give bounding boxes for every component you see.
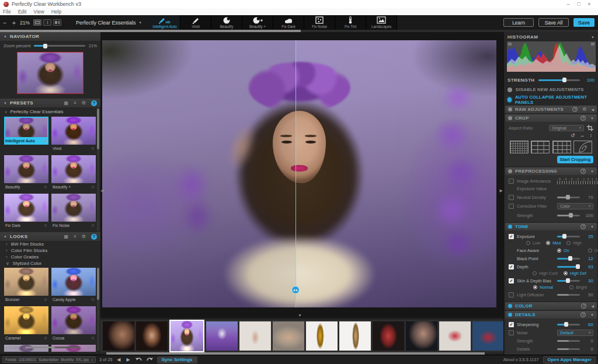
disable-new-adjustments-toggle[interactable]: DISABLE NEW ADJUSTMENTS xyxy=(504,85,598,94)
star-icon[interactable]: ☆ xyxy=(91,223,95,228)
save-all-button[interactable]: Save All xyxy=(538,18,569,27)
looks-scrollbar[interactable] xyxy=(97,268,99,351)
strength-slider[interactable] xyxy=(538,79,580,81)
corrective-filter-dropdown[interactable]: Color ▾ xyxy=(557,203,593,209)
star-icon[interactable]: ☆ xyxy=(44,298,47,302)
preset-card-intelligent-auto[interactable]: Intelligent Auto☆ xyxy=(4,117,48,152)
crop-grid-fine-button[interactable] xyxy=(510,141,529,153)
zoom-in-button[interactable]: + xyxy=(9,19,19,26)
aspect-ratio-dropdown[interactable]: Original ▾ xyxy=(549,125,584,131)
close-button[interactable]: × xyxy=(584,1,594,7)
filmstrip-thumb-2[interactable] xyxy=(136,321,168,351)
exposure-med-radio[interactable] xyxy=(546,241,550,245)
crop-grid-thirds-button[interactable] xyxy=(531,141,550,153)
looks-folder-stylized-color[interactable]: ∨ Stylized Color xyxy=(0,260,100,267)
filmstrip-thumb-12[interactable] xyxy=(472,321,503,351)
gear-icon[interactable]: ⚙ xyxy=(82,234,86,239)
help-icon[interactable]: ? xyxy=(580,169,586,174)
menu-help[interactable]: Help xyxy=(51,9,61,15)
main-photo[interactable]: ◄► xyxy=(102,40,496,307)
depth-checkbox[interactable]: ✓ xyxy=(509,264,514,270)
exposure-high-radio[interactable] xyxy=(566,241,571,245)
crop-header[interactable]: CROP ? ▼ xyxy=(505,114,597,122)
collapse-panel-icon[interactable]: ▼ xyxy=(590,225,594,229)
filmstrip-thumb-4[interactable] xyxy=(206,321,238,351)
help-icon[interactable]: ? xyxy=(91,100,97,106)
light-diffusion-checkbox[interactable] xyxy=(509,292,514,298)
auto-collapse-toggle[interactable]: AUTO COLLAPSE ADJUSTMENT PANELS xyxy=(504,94,598,104)
filmstrip-thumb-11[interactable] xyxy=(439,321,471,351)
zoom-percent-slider[interactable] xyxy=(34,45,85,47)
gear-icon[interactable]: ⚙ xyxy=(82,100,86,106)
looks-folder-bw-film[interactable]: › BW Film Stocks xyxy=(0,241,100,247)
filmstrip-thumb-1[interactable] xyxy=(103,321,134,351)
skin-depth-bias-checkbox[interactable]: ✓ xyxy=(509,278,514,284)
looks-strength-slider[interactable] xyxy=(25,346,79,348)
star-icon[interactable]: ☆ xyxy=(91,298,95,302)
filename-dropdown[interactable]: Fotolia_116196021_Subscription_Monthly_X… xyxy=(2,356,96,363)
preset-card-fix-noise[interactable]: Fix Noise☆ xyxy=(51,194,96,229)
look-card-candy-apple[interactable]: Candy Apple☆ xyxy=(51,268,96,303)
presets-scrollbar[interactable] xyxy=(97,108,99,231)
preset-card-beautify-plus[interactable]: Beautify +☆ xyxy=(51,155,96,191)
filmstrip-thumb-5[interactable] xyxy=(239,321,271,351)
grid-view-icon[interactable]: ▦ xyxy=(64,100,69,106)
flip-vertical-icon[interactable]: ↕ xyxy=(590,132,593,138)
noise-checkbox[interactable] xyxy=(509,330,514,335)
collapse-filmstrip-icon[interactable]: ▼ xyxy=(298,313,302,317)
open-apps-manager-button[interactable]: Open Apps Manager xyxy=(543,356,596,363)
next-image-button[interactable]: ▶ xyxy=(125,357,131,362)
filmstrip-thumb-10[interactable] xyxy=(406,321,437,351)
toolbar-preset-beautify[interactable]: Beautify xyxy=(211,15,242,30)
about-version[interactable]: About v:3.5.5.1137 xyxy=(503,357,539,362)
face-aware-on-radio[interactable] xyxy=(557,249,561,253)
help-icon[interactable]: ? xyxy=(572,107,578,112)
high-contrast-radio[interactable] xyxy=(533,271,537,275)
skin-depth-bias-slider[interactable] xyxy=(557,280,580,282)
gear-icon[interactable]: ⚙ xyxy=(582,107,586,112)
list-view-icon[interactable]: ≡ xyxy=(74,100,77,106)
exposure-checkbox[interactable]: ✓ xyxy=(509,234,514,239)
details-header[interactable]: DETAILS ? ▼ xyxy=(505,311,597,318)
sharpening-slider[interactable] xyxy=(557,324,580,326)
toolbar-preset-beautify-plus[interactable]: Beautify + xyxy=(242,15,273,30)
toolbar-preset-fix-tint[interactable]: Fix Tint xyxy=(335,15,366,30)
collapse-left-sidebar-icon[interactable]: ◀ xyxy=(100,188,103,193)
looks-header[interactable]: ▼ LOOKS ▦ ≡ ⚙ ? xyxy=(0,232,100,241)
filmstrip-thumb-6[interactable] xyxy=(273,321,304,351)
redo-button[interactable] xyxy=(146,357,154,363)
collapse-icon[interactable]: ▼ xyxy=(591,36,594,39)
preprocessing-header[interactable]: PREPROCESSING ? ▼ xyxy=(505,167,597,175)
toolbar-preset-vivid[interactable]: Vivid xyxy=(180,15,211,30)
image-ambulance-checkbox[interactable] xyxy=(509,178,514,184)
help-icon[interactable]: ? xyxy=(580,116,586,121)
toolbar-preset-intelligent-auto[interactable]: HD Intelligent Auto xyxy=(150,15,180,30)
navigator-thumbnail[interactable] xyxy=(17,52,84,94)
filmstrip-thumb-9[interactable] xyxy=(373,321,404,351)
filmstrip-thumb-3-selected[interactable] xyxy=(169,320,204,352)
minimize-button[interactable]: – xyxy=(563,1,573,7)
learn-button[interactable]: Learn xyxy=(503,18,534,27)
save-button[interactable]: Save xyxy=(573,18,594,27)
noise-details-slider[interactable] xyxy=(557,348,580,350)
split-preview-line[interactable] xyxy=(295,40,296,307)
toolbar-preset-fix-noise[interactable]: Fix Noise xyxy=(304,15,335,30)
collapse-panel-icon[interactable]: ▼ xyxy=(590,170,594,173)
exposure-low-radio[interactable] xyxy=(526,241,530,245)
exposure-value-ruler[interactable]: -5 -4 -3 -2 -1 0 1 2 3 4 5 xyxy=(557,177,598,184)
menu-edit[interactable]: Edit xyxy=(18,9,27,15)
preset-group-selector[interactable]: Perfectly Clear Essentials ▾ xyxy=(76,20,141,26)
star-icon[interactable]: ☆ xyxy=(44,139,47,144)
neutral-density-checkbox[interactable] xyxy=(509,195,514,200)
face-aware-off-radio[interactable] xyxy=(588,249,592,253)
presets-header[interactable]: ▼ PRESETS ▦ ≡ ⚙ ? xyxy=(0,99,100,107)
sync-settings-button[interactable]: Sync Settings xyxy=(157,356,197,363)
star-icon[interactable]: ☆ xyxy=(91,336,95,341)
star-icon[interactable]: ☆ xyxy=(91,185,95,190)
navigator-header[interactable]: ▼ NAVIGATOR xyxy=(0,32,100,41)
looks-folder-color-film[interactable]: › Color Film Stocks xyxy=(0,247,100,254)
view-sidebyside-button[interactable] xyxy=(53,19,61,26)
black-point-slider[interactable] xyxy=(557,258,580,260)
preset-card-vivid[interactable]: Vivid☆ xyxy=(51,117,96,152)
bright-radio[interactable] xyxy=(569,285,573,289)
